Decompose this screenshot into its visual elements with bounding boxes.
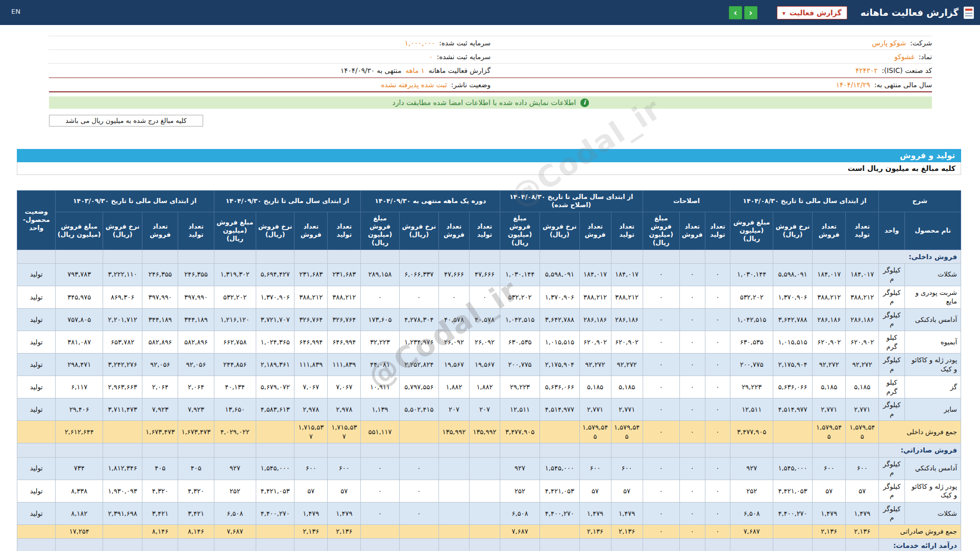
value-cell: ۲۸۶,۱۸۶: [813, 308, 846, 331]
value-cell: ۶,۱۱۷: [56, 376, 103, 398]
value-cell: ۲,۱۸۹,۳۶۱: [256, 354, 294, 376]
value-cell: [611, 443, 643, 457]
next-report-button[interactable]: ›: [744, 6, 757, 19]
value-cell: ۰: [679, 524, 705, 538]
column-group-header: شرح: [879, 191, 961, 212]
info-value[interactable]: شوکو پارس: [872, 38, 906, 48]
value-cell: [500, 249, 540, 263]
product-name-cell: پودر ژله و کاکائو و کیک: [905, 480, 961, 502]
value-cell: [846, 249, 879, 263]
value-cell: ۲,۱۳۶: [579, 524, 611, 538]
value-cell: [579, 249, 611, 263]
value-cell: ۰: [705, 457, 730, 480]
value-cell: ۶۳۰,۵۳۵: [500, 331, 540, 354]
value-cell: ۱,۰۱۵,۵۱۵: [540, 331, 579, 354]
value-cell: ۲۰۷: [469, 398, 500, 421]
status-cell: [17, 524, 56, 538]
unit-cell: کیلو گرم: [879, 331, 905, 354]
value-cell: ۱,۴۷۹: [328, 502, 361, 524]
value-cell: ۳,۷۲۱,۷۰۷: [256, 308, 294, 331]
value-cell: ۰: [643, 286, 679, 308]
value-cell: ۱,۸۸۲: [438, 376, 469, 398]
value-cell: [643, 443, 679, 457]
value-cell: ۴,۲۷۸,۳۰۴: [399, 308, 438, 331]
value-cell: [399, 443, 438, 457]
info-label: شرکت:: [910, 38, 932, 48]
value-cell: ۶۰۰: [846, 457, 879, 480]
value-cell: ۳,۶۴۲,۷۸۸: [773, 308, 812, 331]
value-cell: [679, 443, 705, 457]
value-cell: ۹۲۷: [214, 457, 256, 480]
value-cell: ۲,۷۷۱: [579, 398, 611, 421]
value-cell: ۲۰۰,۷۷۵: [730, 354, 773, 376]
value-cell: [142, 249, 178, 263]
column-header: نرخ فروش (ریال): [773, 212, 812, 249]
value-cell: ۴۰۵: [142, 457, 178, 480]
report-type-label: گزارش فعالیت: [790, 9, 842, 17]
value-cell: ۵,۱۸۵: [579, 376, 611, 398]
value-cell: [469, 538, 500, 551]
value-cell: [813, 538, 846, 551]
info-suffix: منتهی به ۱۴۰۴/۰۹/۳۰: [340, 65, 402, 76]
value-cell: ۱۲,۵۱۱: [500, 398, 540, 421]
value-cell: [469, 457, 500, 480]
section-row: فروش داخلی:: [17, 249, 961, 263]
value-cell: ۴,۴۲۱,۰۵۳: [540, 480, 579, 502]
value-cell: [438, 249, 469, 263]
value-cell: ۰: [679, 421, 705, 443]
product-row: گزکیلو گرم۵,۱۸۵۵,۱۸۵۵,۶۳۶,۰۶۶۲۹,۲۲۳۰۰۰۵,…: [17, 376, 961, 398]
unit-cell: کیلو گرم: [879, 376, 905, 398]
value-cell: ۴,۴۰۰,۲۷۰: [773, 502, 812, 524]
value-cell: [469, 443, 500, 457]
value-cell: ۰: [643, 457, 679, 480]
value-cell: ۹۲,۰۵۶: [178, 354, 214, 376]
value-cell: ۵,۱۸۵: [611, 376, 643, 398]
previous-report-button[interactable]: ‹: [729, 6, 742, 19]
language-toggle[interactable]: EN: [11, 8, 20, 15]
value-cell: [773, 443, 812, 457]
value-cell: [361, 443, 399, 457]
value-cell: ۵,۱۸۵: [813, 376, 846, 398]
column-header: تعداد تولید: [469, 212, 500, 249]
value-cell: ۳۸۸,۲۱۲: [846, 286, 879, 308]
product-name-cell: شکلات: [905, 502, 961, 524]
value-cell: ۱۳۵,۹۹۲: [438, 421, 469, 443]
unit-cell: کیلوگرم: [879, 263, 905, 286]
value-cell: ۵۷: [579, 480, 611, 502]
value-cell: [256, 249, 294, 263]
value-cell: ۵۷: [846, 480, 879, 502]
value-cell: ۳۸۸,۲۱۲: [295, 286, 328, 308]
value-cell: [361, 249, 399, 263]
value-cell: ۹۲,۲۷۲: [611, 354, 643, 376]
topbar: EN گزارش فعالیت ماهانه گزارش فعالیت ‹ ›: [0, 0, 980, 25]
value-cell: ۱,۴۷۹: [846, 502, 879, 524]
report-type-dropdown[interactable]: گزارش فعالیت: [777, 6, 847, 19]
column-header: تعداد فروش: [579, 212, 611, 249]
product-name-cell: پودر ژله و کاکائو و کیک: [905, 354, 961, 376]
value-cell: ۱,۸۸۲: [469, 376, 500, 398]
column-header: تعداد تولید: [705, 212, 730, 249]
value-cell: ۱۸۴,۰۱۷: [579, 263, 611, 286]
value-cell: ۰: [438, 286, 469, 308]
value-cell: ۴,۵۱۴,۹۷۷: [540, 398, 579, 421]
value-cell: [705, 249, 730, 263]
value-cell: ۰: [361, 480, 399, 502]
status-cell: [17, 443, 56, 457]
value-cell: [256, 421, 294, 443]
value-cell: [773, 524, 812, 538]
info-row: کد صنعت (ISIC):۴۲۴۳۰۲گزارش فعالیت ماهانه…: [49, 64, 932, 78]
value-cell: [438, 457, 469, 480]
value-cell: ۱۸۴,۰۱۷: [813, 263, 846, 286]
value-cell: ۲۸۹,۱۵۸: [361, 263, 399, 286]
value-cell: [142, 538, 178, 551]
value-cell: ۶۰۰: [813, 457, 846, 480]
value-cell: ۱۷۳,۶۰۵: [361, 308, 399, 331]
unit-cell: کیلوگرم: [879, 480, 905, 502]
product-row: پودر ژله و کاکائو و کیککیلوگرم۹۲,۲۷۲۹۲,۲…: [17, 354, 961, 376]
info-label: گزارش فعالیت ماهانه: [429, 65, 491, 76]
column-header: واحد: [879, 212, 905, 249]
value-cell: [579, 443, 611, 457]
value-cell: ۶۳۰,۵۳۵: [730, 331, 773, 354]
value-cell: ۱,۰۴۲,۵۱۵: [730, 308, 773, 331]
value-cell: [178, 538, 214, 551]
